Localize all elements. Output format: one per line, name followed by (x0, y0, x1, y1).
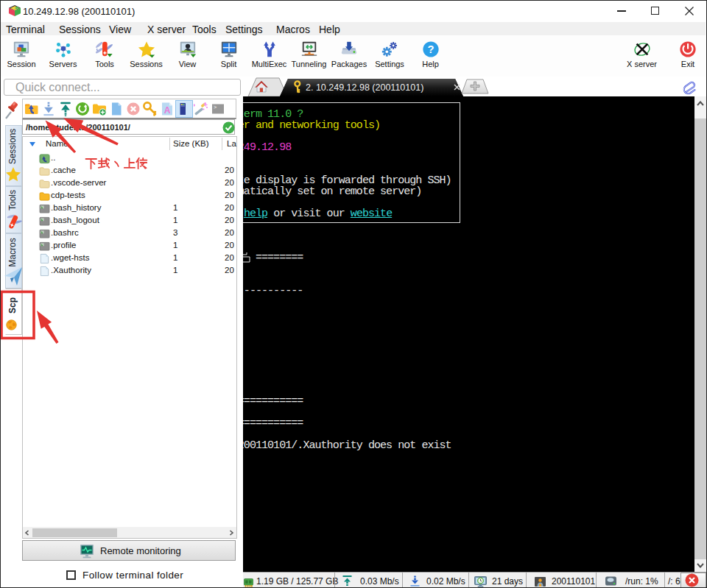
svg-text:A: A (164, 105, 171, 116)
svg-text:>: > (214, 105, 217, 110)
svg-text:2. 10.249.12.98 (200110101): 2. 10.249.12.98 (200110101) (306, 82, 423, 93)
svg-text:?: ? (427, 43, 434, 55)
